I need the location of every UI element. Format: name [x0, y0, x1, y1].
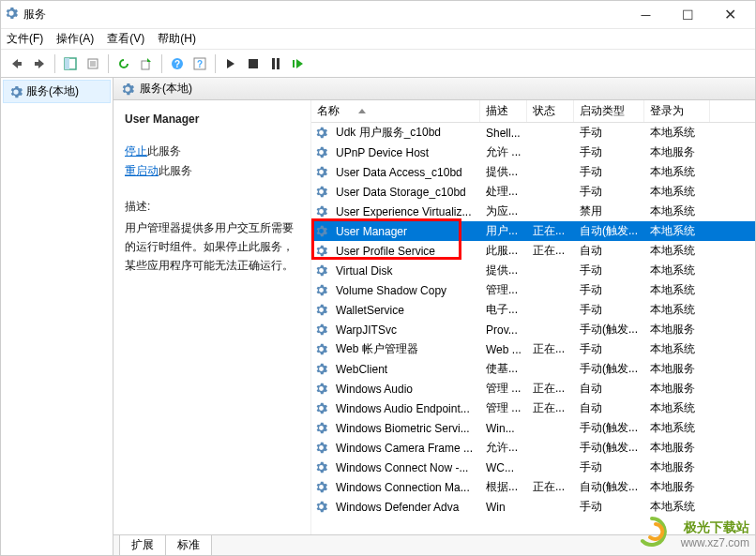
cell-desc: Web ...	[480, 343, 527, 356]
cell-desc: 管理 ...	[480, 381, 527, 397]
table-row[interactable]: Volume Shadow Copy管理...手动本地系统	[311, 280, 755, 300]
cell-startup: 自动	[574, 400, 644, 416]
table-row[interactable]: Windows Connection Ma...根据...正在...自动(触发.…	[311, 477, 755, 497]
cell-logon: 本地服务	[644, 144, 710, 160]
cell-startup: 手动	[574, 144, 644, 160]
menu-file[interactable]: 文件(F)	[7, 31, 43, 47]
window-title: 服务	[23, 7, 625, 23]
table-row[interactable]: Windows Defender AdvaWin手动本地系统	[311, 497, 755, 517]
gear-icon	[311, 225, 330, 237]
table-row[interactable]: Windows Biometric Servi...Win...手动(触发...…	[311, 418, 755, 438]
table-row[interactable]: Virtual Disk提供...手动本地系统	[311, 261, 755, 280]
cell-logon: 本地服务	[644, 440, 710, 456]
cell-startup: 手动	[574, 341, 644, 357]
cell-desc: Win...	[480, 422, 527, 435]
table-row[interactable]: Web 帐户管理器Web ...正在...手动本地系统	[311, 339, 755, 359]
table-row[interactable]: WalletService电子...手动本地系统	[311, 300, 755, 320]
table-row[interactable]: UPnP Device Host允许 ...手动本地服务	[311, 143, 755, 162]
watermark-swirl-icon	[633, 516, 671, 548]
stop-link[interactable]: 停止	[125, 144, 147, 158]
table-row[interactable]: Udk 用户服务_c10bdShell...手动本地系统	[311, 123, 755, 143]
cell-startup: 手动(触发...	[574, 322, 644, 338]
cell-logon: 本地系统	[644, 125, 710, 141]
cell-desc: 此服...	[480, 243, 527, 259]
tab-standard[interactable]: 标准	[165, 535, 212, 556]
cell-logon: 本地服务	[644, 322, 710, 338]
cell-name: User Data Access_c10bd	[330, 166, 480, 179]
stop-service-button[interactable]	[243, 53, 264, 74]
close-button[interactable]: ✕	[709, 1, 751, 29]
menu-view[interactable]: 查看(V)	[107, 31, 144, 47]
table-row[interactable]: WebClient使基...手动(触发...本地服务	[311, 359, 755, 379]
cell-desc: WC...	[480, 461, 527, 474]
tree-root-label: 服务(本地)	[26, 83, 79, 99]
col-logon[interactable]: 登录为	[644, 100, 710, 122]
cell-name: Windows Biometric Servi...	[330, 422, 480, 435]
table-row[interactable]: WarpJITSvcProv...手动(触发...本地服务	[311, 320, 755, 339]
tab-extended[interactable]: 扩展	[119, 535, 166, 556]
cell-desc: 处理...	[480, 184, 527, 200]
selected-service-name: User Manager	[125, 110, 299, 128]
table-row[interactable]: User Data Access_c10bd提供...手动本地系统	[311, 162, 755, 182]
cell-desc: 管理...	[480, 282, 527, 298]
gear-icon	[311, 461, 330, 473]
cell-name: Windows Audio Endpoint...	[330, 402, 480, 415]
col-startup[interactable]: 启动类型	[574, 100, 644, 122]
cell-logon: 本地系统	[644, 164, 710, 180]
cell-name: User Manager	[330, 225, 480, 238]
restart-service-button[interactable]	[288, 53, 309, 74]
svg-rect-11	[249, 59, 258, 68]
back-button[interactable]	[7, 53, 27, 74]
cell-startup: 手动(触发...	[574, 361, 644, 377]
col-desc[interactable]: 描述	[480, 100, 527, 122]
show-hide-button[interactable]	[60, 53, 81, 74]
cell-desc: Win	[480, 501, 527, 514]
col-status[interactable]: 状态	[527, 100, 574, 122]
table-row[interactable]: Windows Audio管理 ...正在...自动本地服务	[311, 379, 755, 398]
cell-name: WebClient	[330, 363, 480, 376]
help2-button[interactable]: ?	[189, 53, 210, 74]
gear-icon	[311, 363, 330, 375]
app-icon	[5, 7, 18, 23]
cell-logon: 本地服务	[644, 479, 710, 495]
service-list[interactable]: 名称 描述 状态 启动类型 登录为 Udk 用户服务_c10bdShell...…	[310, 100, 755, 534]
table-row[interactable]: User Data Storage_c10bd处理...手动本地系统	[311, 182, 755, 202]
start-service-button[interactable]	[220, 53, 241, 74]
properties-button[interactable]	[83, 53, 103, 74]
svg-text:?: ?	[174, 59, 180, 69]
col-name[interactable]: 名称	[311, 100, 480, 122]
table-row[interactable]: User Manager用户...正在...自动(触发...本地系统	[311, 221, 755, 241]
menu-action[interactable]: 操作(A)	[56, 31, 94, 47]
cell-name: WarpJITSvc	[330, 323, 480, 337]
cell-status: 正在...	[527, 400, 574, 416]
help-button[interactable]: ?	[167, 53, 188, 74]
gear-icon	[311, 304, 330, 316]
table-row[interactable]: Windows Camera Frame ...允许...手动(触发...本地服…	[311, 438, 755, 458]
refresh-button[interactable]	[113, 53, 134, 74]
table-row[interactable]: Windows Audio Endpoint...管理 ...正在...自动本地…	[311, 398, 755, 418]
tree-root-services[interactable]: 服务(本地)	[3, 80, 111, 103]
minimize-button[interactable]: ─	[625, 1, 667, 29]
table-row[interactable]: User Experience Virtualiz...为应...禁用本地系统	[311, 202, 755, 221]
gear-icon	[311, 323, 330, 336]
cell-logon: 本地服务	[644, 459, 710, 475]
table-row[interactable]: Windows Connect Now -...WC...手动本地服务	[311, 458, 755, 477]
cell-desc: 允许...	[480, 440, 527, 456]
cell-logon: 本地系统	[644, 420, 710, 436]
cell-desc: 根据...	[480, 479, 527, 495]
menu-help[interactable]: 帮助(H)	[158, 31, 196, 47]
cell-startup: 禁用	[574, 203, 644, 219]
cell-logon: 本地系统	[644, 203, 710, 219]
cell-logon: 本地系统	[644, 302, 710, 318]
gear-icon	[311, 402, 330, 414]
watermark-line2: www.xz7.com	[681, 536, 749, 549]
tree-pane: 服务(本地)	[1, 78, 113, 555]
maximize-button[interactable]: ☐	[667, 1, 709, 29]
pause-service-button[interactable]	[265, 53, 286, 74]
export-button[interactable]	[136, 53, 157, 74]
forward-button[interactable]	[29, 53, 50, 74]
table-row[interactable]: User Profile Service此服...正在...自动本地系统	[311, 241, 755, 261]
gear-icon	[311, 127, 330, 139]
restart-link[interactable]: 重启动	[125, 164, 159, 177]
cell-startup: 手动	[574, 164, 644, 180]
